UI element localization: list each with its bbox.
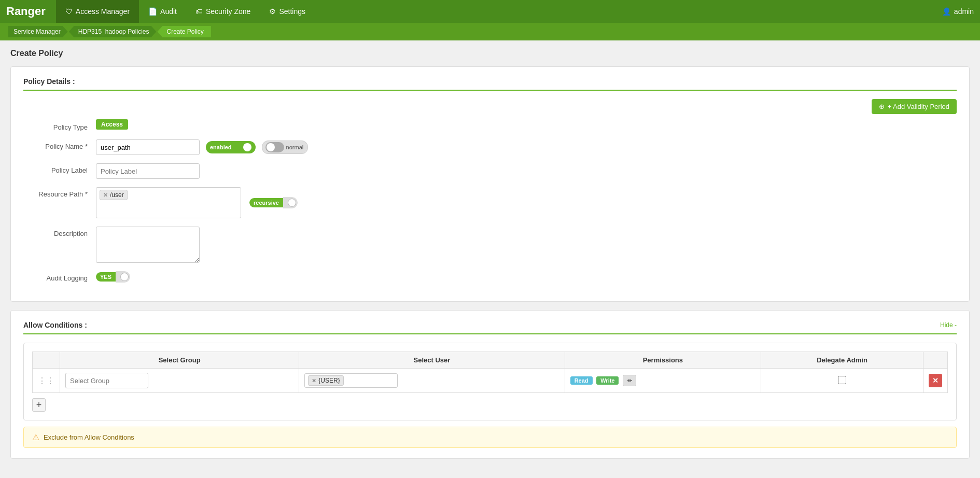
breadcrumb-service-manager[interactable]: Service Manager (8, 26, 68, 37)
admin-label: admin (954, 7, 974, 16)
exclude-label: Exclude from Allow Conditions (44, 433, 134, 441)
breadcrumb-create-policy[interactable]: Create Policy (157, 26, 211, 37)
select-group-input[interactable] (65, 373, 148, 388)
select-group-col-header: Select Group (60, 352, 299, 369)
permissions-col-header: Permissions (565, 352, 761, 369)
perm-read-badge: Read (570, 376, 593, 385)
select-user-col-header: Select User (299, 352, 565, 369)
recursive-knob-wrap (283, 197, 298, 208)
warning-icon: ⚠ (32, 432, 39, 442)
description-label: Description (23, 227, 96, 237)
conditions-inner-card: Select Group Select User Permissions Del… (23, 343, 957, 420)
enabled-label: enabled (210, 144, 232, 150)
actions-col-header (923, 352, 948, 369)
delete-row-button[interactable]: ✕ (929, 374, 942, 387)
resource-path-tag: ✕ /user (100, 190, 128, 200)
edit-permissions-button[interactable]: ✏ (623, 375, 636, 386)
policy-name-input[interactable] (96, 139, 200, 155)
yes-knob-wrap (116, 271, 130, 283)
add-validity-label: + Add Validity Period (888, 103, 949, 110)
validity-row: ⊕ + Add Validity Period (23, 99, 957, 114)
plus-circle-icon: ⊕ (879, 103, 885, 110)
nav-audit-label: Audit (160, 7, 177, 16)
policy-name-inputs: enabled normal (96, 139, 308, 155)
add-validity-button[interactable]: ⊕ + Add Validity Period (872, 99, 957, 114)
drag-handle-icon[interactable]: ⋮⋮ (38, 376, 54, 386)
resource-path-tag-value: /user (110, 191, 124, 199)
allow-conditions-title: Allow Conditions : (23, 321, 87, 329)
user-icon: 👤 (942, 7, 951, 16)
policy-label-input[interactable] (96, 163, 200, 179)
description-textarea[interactable] (96, 227, 200, 263)
description-row: Description (23, 227, 957, 263)
user-tag: ✕ {USER} (308, 375, 343, 386)
policy-type-badge: Access (96, 119, 128, 130)
recursive-label: recursive (249, 198, 283, 207)
nav-security-zone-label: Security Zone (206, 7, 250, 16)
conditions-table: Select Group Select User Permissions Del… (32, 352, 948, 393)
nav-settings[interactable]: ⚙ Settings (260, 0, 315, 23)
policy-name-row: Policy Name * enabled normal (23, 139, 957, 155)
shield-icon: 🛡 (65, 7, 73, 16)
policy-label-row: Policy Label (23, 163, 957, 179)
policy-type-row: Policy Type Access (23, 120, 957, 131)
tag-icon: 🏷 (195, 7, 203, 16)
drag-col-header (33, 352, 60, 369)
yes-label: YES (96, 272, 116, 282)
add-row-button[interactable]: + (32, 398, 46, 412)
user-tag-value: {USER} (318, 377, 340, 384)
yes-knob (120, 273, 129, 281)
gear-icon: ⚙ (269, 7, 276, 16)
resource-path-label: Resource Path * (23, 187, 96, 198)
delegate-admin-checkbox[interactable] (838, 376, 846, 384)
audit-logging-label: Audit Logging (23, 271, 96, 282)
select-user-tag-wrap[interactable]: ✕ {USER} (304, 373, 398, 388)
allow-conditions-card: Allow Conditions : Hide - Select Group S… (10, 310, 970, 459)
tag-remove-icon[interactable]: ✕ (103, 192, 108, 199)
nav-items: 🛡 Access Manager 📄 Audit 🏷 Security Zone… (56, 0, 942, 23)
policy-type-label: Policy Type (23, 120, 96, 131)
nav-access-manager[interactable]: 🛡 Access Manager (56, 0, 139, 23)
nav-security-zone[interactable]: 🏷 Security Zone (186, 0, 260, 23)
delegate-admin-col-header: Delegate Admin (761, 352, 923, 369)
normal-label: normal (286, 144, 304, 150)
app-brand: Ranger (6, 5, 46, 18)
exclude-section: ⚠ Exclude from Allow Conditions (23, 427, 957, 448)
resource-path-tag-input[interactable]: ✕ /user (96, 187, 241, 218)
policy-details-card: Policy Details : ⊕ + Add Validity Period… (10, 66, 970, 302)
top-nav: Ranger 🛡 Access Manager 📄 Audit 🏷 Securi… (0, 0, 980, 23)
audit-logging-row: Audit Logging YES (23, 271, 957, 283)
enabled-toggle-knob (243, 143, 251, 151)
perm-write-badge: Write (596, 376, 619, 385)
page-title: Create Policy (10, 49, 970, 58)
audit-logging-toggle[interactable]: YES (96, 271, 130, 283)
breadcrumb-bar: Service Manager HDP315_hadoop Policies C… (0, 23, 980, 40)
select-user-cell: ✕ {USER} (299, 369, 565, 393)
admin-area: 👤 admin (942, 7, 974, 16)
policy-details-section-title: Policy Details : (23, 77, 957, 91)
drag-cell: ⋮⋮ (33, 369, 60, 393)
resource-path-row: Resource Path * ✕ /user recursive (23, 187, 957, 218)
delegate-admin-cell (761, 369, 923, 393)
normal-toggle-knob (267, 143, 275, 151)
normal-toggle[interactable]: normal (262, 140, 309, 154)
nav-settings-label: Settings (279, 7, 305, 16)
nav-access-manager-label: Access Manager (76, 7, 130, 16)
policy-type-value: Access (96, 120, 128, 128)
nav-audit[interactable]: 📄 Audit (139, 0, 186, 23)
file-icon: 📄 (148, 7, 157, 16)
user-tag-remove-icon[interactable]: ✕ (312, 377, 316, 384)
recursive-knob (288, 199, 296, 207)
permissions-cell: Read Write ✏ (565, 369, 761, 393)
policy-name-label: Policy Name * (23, 139, 96, 150)
policy-label-label: Policy Label (23, 163, 96, 174)
enabled-toggle[interactable]: enabled (206, 141, 256, 153)
enabled-toggle-bg[interactable] (234, 142, 253, 152)
recursive-toggle[interactable]: recursive (249, 197, 298, 208)
breadcrumb-hdp-policies[interactable]: HDP315_hadoop Policies (69, 26, 157, 37)
delete-row-cell: ✕ (923, 369, 948, 393)
hide-link[interactable]: Hide - (940, 321, 957, 329)
normal-toggle-bg[interactable] (265, 142, 284, 152)
allow-conditions-header: Allow Conditions : Hide - (23, 321, 957, 334)
resource-path-area: ✕ /user recursive (96, 187, 298, 218)
